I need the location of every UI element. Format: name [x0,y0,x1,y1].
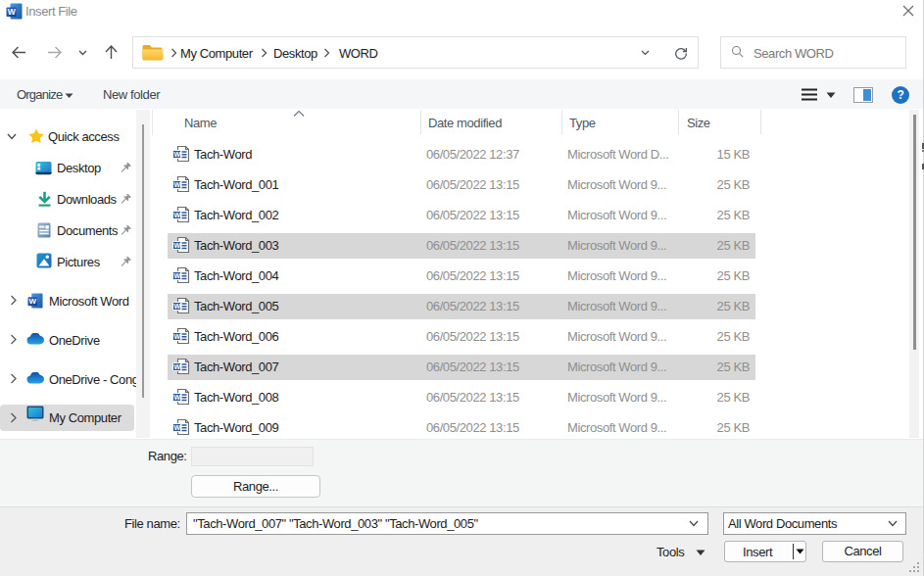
svg-text:W: W [173,242,180,249]
svg-text:W: W [173,303,180,310]
svg-text:W: W [29,297,37,306]
svg-text:W: W [173,333,180,340]
svg-text:?: ? [898,88,904,102]
svg-text:W: W [173,212,180,218]
svg-text:W: W [173,363,180,370]
svg-text:W: W [173,424,180,431]
svg-text:W: W [173,394,180,401]
svg-text:W: W [173,181,180,188]
svg-text:W: W [173,151,180,158]
svg-text:W: W [173,272,180,279]
